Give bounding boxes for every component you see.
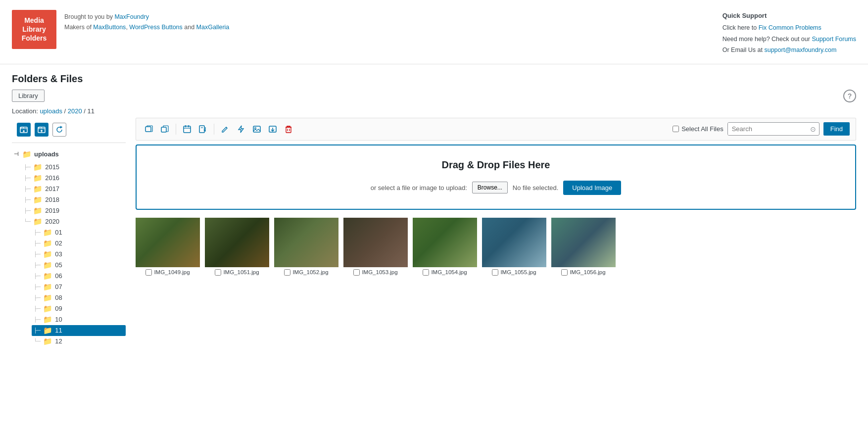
library-bar: Library ?: [0, 90, 868, 102]
folder-2016[interactable]: ├─ 📁 2016: [22, 173, 126, 184]
list-item: ├─📁10: [32, 314, 126, 325]
folder-2017[interactable]: ├─ 📁 2017: [22, 184, 126, 194]
image-item: IMG_1053.jpg: [343, 218, 408, 276]
folder-02[interactable]: ├─📁02: [32, 238, 126, 249]
list-item: └─ 📁 2020 ├─📁01 ├─📁02 ├─📁03 ├─📁05 ├─📁06 …: [22, 216, 126, 347]
edit-icon[interactable]: [218, 122, 232, 136]
image-checkbox[interactable]: [423, 269, 429, 276]
image-thumbnail[interactable]: [551, 218, 616, 267]
image-filename: IMG_1054.jpg: [431, 269, 467, 275]
svg-rect-6: [184, 126, 191, 133]
svg-rect-5: [161, 127, 166, 132]
folder-06[interactable]: ├─📁06: [32, 271, 126, 282]
select-all-label[interactable]: Select All Files: [673, 125, 723, 133]
image-thumbnail[interactable]: [413, 218, 477, 267]
folder-10[interactable]: ├─📁10: [32, 314, 126, 325]
image-item: IMG_1052.jpg: [274, 218, 338, 276]
image-label: IMG_1053.jpg: [353, 269, 397, 276]
search-input[interactable]: [728, 123, 807, 135]
location-uploads-link[interactable]: uploads: [40, 107, 62, 115]
folder-2019[interactable]: ├─ 📁 2019: [22, 205, 126, 216]
image-filename: IMG_1056.jpg: [570, 269, 605, 275]
list-item: ├─ 📁 2018: [22, 194, 126, 205]
download-icon[interactable]: [266, 122, 280, 136]
list-item: ├─📁05: [32, 260, 126, 271]
folder-01[interactable]: ├─📁01: [32, 227, 126, 238]
upload-image-button[interactable]: Upload Image: [563, 181, 621, 195]
header-left: Media Library Folders Brought to you by …: [12, 10, 229, 49]
folder-11[interactable]: ├─ 📁 11: [32, 325, 126, 336]
image-checkbox[interactable]: [492, 269, 498, 276]
list-item: ├─📁09: [32, 303, 126, 314]
folder-05[interactable]: ├─📁05: [32, 260, 126, 271]
copy-icon[interactable]: [158, 122, 172, 136]
maxbuttons-link[interactable]: MaxButtons: [93, 24, 126, 31]
select-all-checkbox[interactable]: [673, 126, 679, 132]
fix-common-problems-link[interactable]: Fix Common Problems: [759, 24, 821, 31]
list-item: ├─ 📁 2016: [22, 173, 126, 184]
image-label: IMG_1055.jpg: [492, 269, 536, 276]
image-icon[interactable]: [250, 122, 264, 136]
location-year-link[interactable]: 2020: [68, 107, 82, 115]
upload-button[interactable]: [35, 123, 48, 137]
toolbar-sep-2: [214, 124, 214, 135]
image-item: IMG_1055.jpg: [482, 218, 546, 276]
svg-rect-4: [145, 127, 151, 132]
calendar-icon[interactable]: [180, 122, 194, 136]
sort-icon[interactable]: [196, 122, 210, 136]
image-checkbox[interactable]: [353, 269, 360, 276]
help-icon[interactable]: ?: [843, 90, 856, 102]
image-filename: IMG_1055.jpg: [500, 269, 536, 275]
svg-point-14: [255, 127, 256, 129]
image-label: IMG_1054.jpg: [423, 269, 467, 276]
delete-icon[interactable]: [282, 122, 295, 136]
image-filename: IMG_1049.jpg: [154, 269, 190, 275]
dropzone-title: Drag & Drop Files Here: [146, 159, 845, 171]
support-forums-link[interactable]: Support Forums: [812, 36, 856, 43]
folder-07[interactable]: ├─📁07: [32, 282, 126, 292]
find-button[interactable]: Find: [823, 122, 850, 136]
image-thumbnail[interactable]: [343, 218, 408, 267]
image-thumbnail[interactable]: [136, 218, 200, 267]
image-label: IMG_1049.jpg: [145, 269, 190, 276]
image-thumbnail[interactable]: [274, 218, 338, 267]
move-icon[interactable]: [142, 122, 156, 136]
email-link[interactable]: support@maxfoundry.com: [764, 47, 836, 53]
image-checkbox[interactable]: [561, 269, 568, 276]
sidebar-actions: [12, 123, 126, 143]
refresh-button[interactable]: [52, 123, 66, 137]
folder-2015[interactable]: ├─ 📁 2015: [22, 162, 126, 173]
tree-list: ├─ 📁 2015 ├─ 📁 2016: [12, 162, 126, 347]
folder-2018[interactable]: ├─ 📁 2018: [22, 194, 126, 205]
header: Media Library Folders Brought to you by …: [0, 0, 868, 64]
search-clear-icon[interactable]: ⊙: [807, 125, 819, 133]
wpbuttons-link[interactable]: WordPress Buttons: [129, 24, 182, 31]
image-checkbox[interactable]: [215, 269, 221, 276]
add-folder-button[interactable]: [17, 123, 31, 137]
browse-button[interactable]: Browse...: [472, 182, 508, 193]
list-item: ├─ 📁 11: [32, 325, 126, 336]
folder-12[interactable]: └─📁12: [32, 336, 126, 347]
svg-rect-13: [253, 126, 260, 132]
library-button[interactable]: Library: [12, 90, 45, 102]
folder-tree: ⊣ 📁 uploads ├─ 📁 2015 ├─: [12, 148, 126, 347]
file-toolbar: Select All Files ⊙ Find: [136, 118, 856, 141]
dropzone: Drag & Drop Files Here or select a file …: [136, 144, 856, 210]
dropzone-upload: or select a file or image to upload: Bro…: [146, 181, 845, 195]
image-label: IMG_1052.jpg: [284, 269, 328, 276]
maxgalleria-link[interactable]: MaxGalleria: [196, 24, 230, 31]
maxfoundry-link[interactable]: MaxFoundry: [114, 13, 148, 20]
image-filename: IMG_1052.jpg: [292, 269, 328, 275]
list-item: ├─ 📁 2017: [22, 184, 126, 194]
folder-03[interactable]: ├─📁03: [32, 249, 126, 260]
list-item: └─📁12: [32, 336, 126, 347]
image-checkbox[interactable]: [145, 269, 152, 276]
folder-09[interactable]: ├─📁09: [32, 303, 126, 314]
main-layout: ⊣ 📁 uploads ├─ 📁 2015 ├─: [0, 118, 868, 359]
folder-2020[interactable]: └─ 📁 2020: [22, 216, 126, 227]
folder-08[interactable]: ├─📁08: [32, 292, 126, 303]
flash-icon[interactable]: [234, 122, 248, 136]
image-checkbox[interactable]: [284, 269, 290, 276]
image-thumbnail[interactable]: [482, 218, 546, 267]
image-thumbnail[interactable]: [205, 218, 269, 267]
